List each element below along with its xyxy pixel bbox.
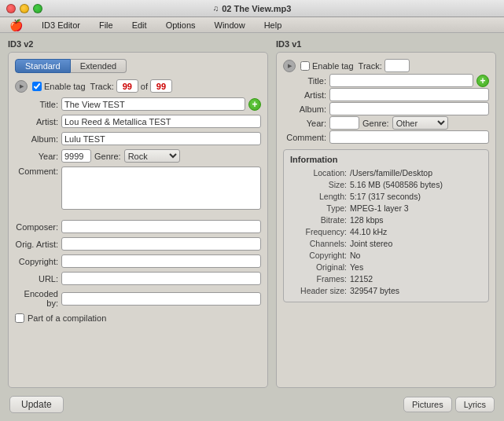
minimize-button[interactable]: − [20,4,29,13]
lyrics-button[interactable]: Lyrics [455,397,495,412]
orig-artist-label: Orig. Artist: [15,240,58,249]
v1-comment-row: Comment: [283,130,489,144]
v1-title-input[interactable] [329,74,473,87]
encoded-by-input[interactable] [61,292,261,306]
main-content: ID3 v2 Standard Extended ▶ Enable tag Tr… [0,33,504,421]
artist-label: Artist: [15,117,58,126]
menu-help[interactable]: Help [261,20,285,30]
window-title-text: 02 The View.mp3 [222,4,291,13]
album-label: Album: [15,134,58,144]
v1-enable-tag-label[interactable]: Enable tag [300,61,354,71]
v1-genre-select[interactable]: Rock Pop Jazz Classical Blues Country El… [392,116,448,130]
menu-id3editor[interactable]: ID3 Editor [39,20,83,30]
info-box: Information Location: /Users/famille/Des… [283,149,489,302]
id3v1-inner: ▶ Enable tag Track: Title: + [276,52,496,388]
track-label: Track: [90,82,114,91]
enable-tag-text: Enable tag [44,82,86,91]
year-input[interactable] [61,149,91,163]
info-type: Type: MPEG-1 layer 3 [290,203,482,214]
id3v1-panel: ID3 v1 ▶ Enable tag Track: Title [276,39,496,388]
update-button[interactable]: Update [9,396,64,413]
composer-input[interactable] [61,220,261,233]
info-size-val: 5.16 MB (5408586 bytes) [350,179,443,191]
title-row: Title: + [15,97,261,111]
comment-textarea[interactable] [61,167,261,210]
info-frames-key: Frames: [290,273,347,285]
info-channels: Channels: Joint stereo [290,238,482,250]
info-length-key: Length: [290,191,347,203]
tabs: Standard Extended [15,59,261,73]
track-total-input[interactable] [150,79,172,93]
url-input[interactable] [61,272,261,285]
info-headersize-val: 329547 bytes [350,285,399,297]
url-row: URL: [15,272,261,285]
info-headersize-key: Header size: [290,285,347,297]
info-original-key: Original: [290,262,347,273]
id3v1-label: ID3 v1 [276,39,496,49]
info-type-key: Type: [290,203,347,214]
orig-artist-input[interactable] [61,237,261,251]
encoded-by-row: Encoded by: [15,289,261,308]
encoded-by-label: Encoded by: [15,289,58,308]
compilation-label: Part of a compilation [28,313,106,323]
compilation-checkbox[interactable] [15,313,24,323]
window-title: ♫ 02 The View.mp3 [213,4,292,13]
artist-input[interactable] [61,115,261,128]
album-row: Album: [15,132,261,145]
info-frequency: Frequency: 44.10 kHz [290,226,482,238]
copyright-input[interactable] [61,254,261,268]
info-original-val: Yes [350,262,363,273]
v1-artist-label: Artist: [283,90,326,100]
v1-enable-tag-checkbox[interactable] [300,61,310,71]
title-add-button[interactable]: + [248,98,261,111]
v1-album-input[interactable] [329,102,489,115]
v1-comment-input[interactable] [329,130,489,144]
orig-artist-row: Orig. Artist: [15,237,261,251]
v1-artist-input[interactable] [329,88,489,101]
tab-extended[interactable]: Extended [71,59,127,73]
menu-window[interactable]: Window [212,20,248,30]
enable-tag-label[interactable]: Enable tag [32,82,86,91]
track-input[interactable] [116,79,138,93]
close-button[interactable]: ✕ [6,4,16,13]
tab-standard[interactable]: Standard [15,59,71,73]
info-length-val: 5:17 (317 seconds) [350,191,421,203]
genre-select[interactable]: Rock Pop Jazz Classical Blues Country El… [124,149,180,163]
year-genre-row: Year: Genre: Rock Pop Jazz Classical Blu… [15,149,261,163]
menu-edit[interactable]: Edit [129,20,150,30]
v1-year-label: Year: [283,119,326,128]
v1-genre-label: Genre: [362,119,389,128]
v1-comment-label: Comment: [283,133,326,142]
album-input[interactable] [61,132,261,145]
v1-title-add-button[interactable]: + [476,75,489,87]
menu-options[interactable]: Options [163,20,199,30]
info-frequency-key: Frequency: [290,226,347,238]
id3v2-panel: ID3 v2 Standard Extended ▶ Enable tag Tr… [8,39,268,388]
info-bitrate-val: 128 kbps [350,214,384,226]
info-size-key: Size: [290,179,347,191]
composer-row: Composer: [15,220,261,233]
enable-tag-checkbox[interactable] [32,82,42,91]
menu-file[interactable]: File [96,20,116,30]
window-controls[interactable]: ✕ − + [0,4,42,13]
v1-year-input[interactable] [329,116,359,130]
info-type-val: MPEG-1 layer 3 [350,203,409,214]
v1-track-label: Track: [359,61,382,71]
bottom-bar: Update Pictures Lyrics [8,393,496,415]
id3v2-label: ID3 v2 [8,39,268,49]
info-title: Information [290,155,482,164]
right-buttons: Pictures Lyrics [403,397,495,412]
track-of-text: of [141,82,148,91]
v1-track-input[interactable] [384,59,410,72]
v1-album-label: Album: [283,104,326,114]
maximize-button[interactable]: + [33,4,42,13]
play-button[interactable]: ▶ [15,80,28,93]
pictures-button[interactable]: Pictures [403,397,452,412]
apple-menu[interactable]: 🍎 [6,19,26,31]
url-label: URL: [15,274,58,284]
enable-row: ▶ Enable tag Track: of [15,79,261,93]
music-icon: ♫ [213,4,219,13]
title-input[interactable] [61,97,245,111]
v1-artist-row: Artist: [283,88,489,101]
v1-play-button[interactable]: ▶ [283,60,296,72]
